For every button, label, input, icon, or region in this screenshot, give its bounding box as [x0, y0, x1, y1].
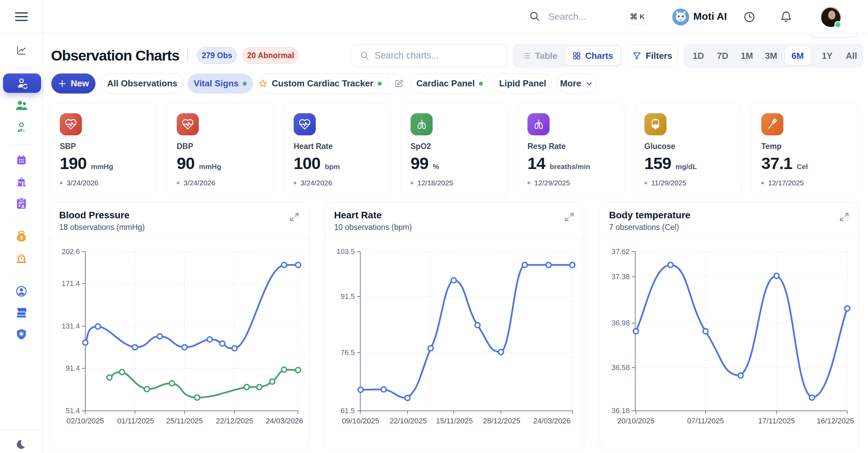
svg-text:16/12/2025: 16/12/2025	[817, 417, 854, 425]
svg-text:22/12/2025: 22/12/2025	[216, 417, 253, 425]
svg-text:37.62: 37.62	[611, 248, 630, 256]
svg-text:36.18: 36.18	[611, 407, 630, 415]
svg-text:36.58: 36.58	[611, 364, 630, 372]
svg-text:20/10/2025: 20/10/2025	[617, 417, 655, 425]
svg-text:103.5: 103.5	[336, 248, 355, 256]
svg-text:15/11/2025: 15/11/2025	[436, 417, 473, 425]
svg-text:76.5: 76.5	[341, 349, 355, 357]
svg-text:61.5: 61.5	[341, 407, 355, 415]
svg-text:17/11/2025: 17/11/2025	[758, 417, 795, 425]
svg-text:09/10/2025: 09/10/2025	[342, 417, 379, 425]
svg-text:07/11/2025: 07/11/2025	[687, 417, 724, 425]
svg-text:24/03/2026: 24/03/2026	[266, 417, 303, 425]
svg-text:37.38: 37.38	[611, 273, 630, 281]
svg-text:24/03/2026: 24/03/2026	[533, 417, 571, 425]
svg-text:02/10/2025: 02/10/2025	[67, 417, 104, 425]
svg-text:91.5: 91.5	[341, 292, 355, 301]
svg-text:25/11/2025: 25/11/2025	[166, 417, 203, 425]
svg-text:$: $	[20, 235, 23, 240]
svg-text:28/12/2025: 28/12/2025	[483, 417, 520, 425]
svg-text:202.6: 202.6	[62, 248, 80, 256]
svg-text:01/11/2025: 01/11/2025	[117, 417, 154, 425]
svg-text:131.4: 131.4	[62, 322, 80, 330]
svg-text:36.98: 36.98	[611, 319, 630, 327]
svg-text:91.4: 91.4	[66, 364, 80, 372]
svg-text:171.4: 171.4	[62, 280, 80, 288]
svg-text:22/10/2025: 22/10/2025	[389, 417, 427, 425]
svg-text:51.4: 51.4	[66, 407, 80, 415]
